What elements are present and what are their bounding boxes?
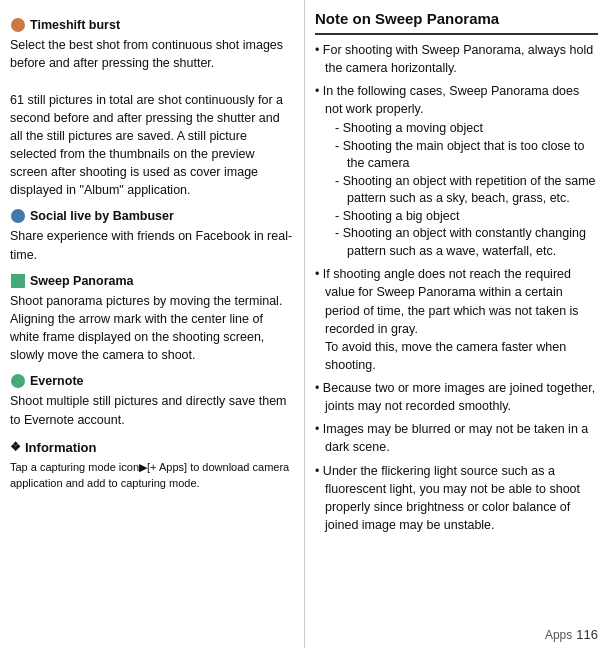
sweep-text2: Aligning the arrow mark with the center …: [10, 312, 264, 362]
sweep-label: Sweep Panorama: [30, 272, 134, 290]
apps-label: Apps: [545, 628, 572, 642]
social-body: Share experience with friends on Faceboo…: [10, 227, 294, 263]
list-item: Images may be blurred or may not be take…: [315, 420, 598, 456]
social-header: Social live by Bambuser: [10, 207, 294, 225]
sweep-header: Sweep Panorama: [10, 272, 294, 290]
section-title: Note on Sweep Panorama: [315, 8, 598, 35]
right-column: Note on Sweep Panorama For shooting with…: [305, 0, 608, 648]
sweep-icon: [10, 273, 26, 289]
bullet-list: For shooting with Sweep Panorama, always…: [315, 41, 598, 534]
evernote-header: Evernote: [10, 372, 294, 390]
social-text: Share experience with friends on Faceboo…: [10, 229, 292, 261]
list-item: In the following cases, Sweep Panorama d…: [315, 82, 598, 260]
sub-list-item: Shooting a big object: [335, 208, 598, 226]
sweep-text1: Shoot panorama pictures by moving the te…: [10, 294, 282, 308]
evernote-icon: [10, 373, 26, 389]
timeshift-header: Timeshift burst: [10, 16, 294, 34]
info-text: Tap a capturing mode icon▶[+ Apps] to do…: [10, 461, 289, 488]
timeshift-icon: [10, 17, 26, 33]
sub-list-item: Shooting an object with constantly chang…: [335, 225, 598, 260]
sub-list-item: Shooting the main object that is too clo…: [335, 138, 598, 173]
timeshift-label: Timeshift burst: [30, 16, 120, 34]
list-item: Because two or more images are joined to…: [315, 379, 598, 415]
list-item: Under the flickering light source such a…: [315, 462, 598, 535]
info-body: Tap a capturing mode icon▶[+ Apps] to do…: [10, 460, 294, 491]
page-footer: Apps 116: [545, 627, 598, 642]
evernote-body: Shoot multiple still pictures and direct…: [10, 392, 294, 428]
timeshift-text2: 61 still pictures in total are shot cont…: [10, 93, 283, 198]
timeshift-body: Select the best shot from continuous sho…: [10, 36, 294, 199]
social-label: Social live by Bambuser: [30, 207, 174, 225]
left-column: Timeshift burst Select the best shot fro…: [0, 0, 305, 648]
info-header: Information: [10, 439, 294, 458]
timeshift-text1: Select the best shot from continuous sho…: [10, 38, 283, 70]
info-label: Information: [25, 439, 97, 458]
list-item: For shooting with Sweep Panorama, always…: [315, 41, 598, 77]
info-section: Information Tap a capturing mode icon▶[+…: [10, 439, 294, 492]
sweep-body: Shoot panorama pictures by moving the te…: [10, 292, 294, 365]
social-icon: [10, 208, 26, 224]
sub-list-item: Shooting a moving object: [335, 120, 598, 138]
page-number: 116: [576, 627, 598, 642]
evernote-label: Evernote: [30, 372, 84, 390]
evernote-text: Shoot multiple still pictures and direct…: [10, 394, 287, 426]
list-item: If shooting angle does not reach the req…: [315, 265, 598, 374]
sub-list-item: Shooting an object with repetition of th…: [335, 173, 598, 208]
